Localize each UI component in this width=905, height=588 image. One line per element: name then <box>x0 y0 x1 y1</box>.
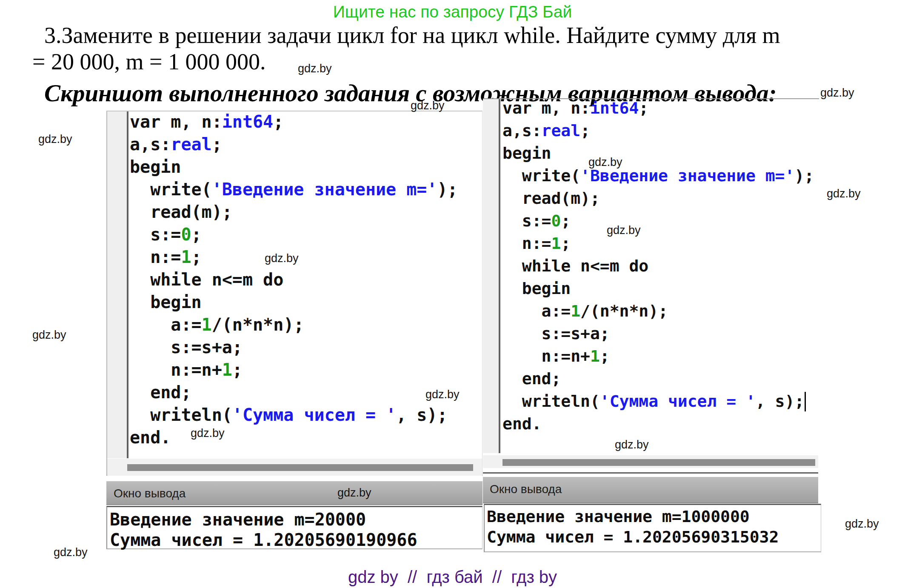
promo-banner: Ищите нас по запросу ГДЗ Бай <box>0 3 905 21</box>
task-text-line2: = 20 000, m = 1 000 000. <box>32 49 266 75</box>
page: Ищите нас по запросу ГДЗ Бай 3.Замените … <box>0 0 905 588</box>
code-line: begin <box>130 291 202 314</box>
gdzby-watermark: gdz.by <box>411 99 445 112</box>
footer-site-links: gdz by // гдз бай // гдз by <box>0 568 905 587</box>
code-token-blue: 'Введение значение m=' <box>580 166 794 185</box>
gdzby-watermark: gdz.by <box>265 252 299 265</box>
code-token: a,s: <box>502 121 542 140</box>
code-token: n:=n+ <box>130 360 222 380</box>
code-token: ; <box>561 211 571 230</box>
code-token: ; <box>561 234 571 253</box>
code-token: begin <box>502 279 571 298</box>
code-line: writeln('Сумма чисел = ', s); <box>502 390 804 413</box>
gdzby-watermark: gdz.by <box>54 546 88 559</box>
code-token-number: 1 <box>222 360 232 380</box>
gdzby-watermark: gdz.by <box>32 328 66 342</box>
code-line: var m, n:int64; <box>130 111 283 133</box>
code-token: read(m); <box>502 189 600 208</box>
code-token-number: 0 <box>551 211 561 230</box>
code-token: begin <box>502 144 551 163</box>
code-line: s:=s+a; <box>502 323 610 345</box>
code-token: ; <box>600 347 610 365</box>
gdzby-watermark: gdz.by <box>298 62 332 75</box>
code-token: write( <box>130 180 212 199</box>
code-line: n:=1; <box>502 232 571 255</box>
gdzby-watermark: gdz.by <box>337 486 371 500</box>
code-token: a:= <box>502 302 571 320</box>
code-line: end. <box>502 413 542 435</box>
code-token: /(n*n*n); <box>580 302 668 320</box>
code-token: writeln( <box>502 392 600 411</box>
code-token: ; <box>191 247 202 267</box>
code-token: a,s: <box>130 134 171 154</box>
code-token: ; <box>212 134 222 154</box>
code-line: s:=0; <box>502 210 571 232</box>
code-token-blue: 'Сумма чисел = ' <box>600 392 756 411</box>
code-line: s:=0; <box>130 223 202 246</box>
code-token-blue: 'Сумма чисел = ' <box>232 405 396 425</box>
code-token: ; <box>580 121 590 140</box>
code-line: read(m); <box>130 201 232 223</box>
code-token: var m, n: <box>502 99 590 117</box>
left-output-window-title: Окно вывода <box>114 487 186 500</box>
code-line: while n<=m do <box>130 268 283 291</box>
gdzby-watermark: gdz.by <box>820 86 854 100</box>
code-line: a,s:real; <box>502 120 590 142</box>
left-hscrollbar-thumb[interactable] <box>127 464 473 471</box>
code-token: var m, n: <box>130 112 222 131</box>
code-token-number: 1 <box>571 302 580 320</box>
right-hscrollbar-thumb[interactable] <box>502 459 815 466</box>
code-token: ; <box>273 112 283 131</box>
task-text-line1: 3.Замените в решении задачи цикл for на … <box>44 22 780 49</box>
code-token-number: 1 <box>202 315 212 334</box>
code-token-number: 0 <box>181 225 191 244</box>
code-token: end. <box>502 414 542 433</box>
code-line: n:=n+1; <box>502 345 610 368</box>
code-line: write('Введение значение m='); <box>502 165 814 187</box>
code-token: while n<=m do <box>130 270 283 289</box>
code-token-number: 1 <box>551 234 561 253</box>
code-line: n:=1; <box>130 246 202 268</box>
code-line: a:=1/(n*n*n); <box>130 314 304 336</box>
code-token: end. <box>130 428 171 447</box>
code-token: ; <box>639 99 648 117</box>
code-token: end; <box>502 369 561 388</box>
code-line: writeln('Сумма чисел = ', s); <box>130 404 448 426</box>
code-token: while n<=m do <box>502 257 648 275</box>
gdzby-watermark: gdz.by <box>827 187 861 200</box>
code-token-number: 1 <box>590 347 600 365</box>
code-line: end. <box>130 426 171 449</box>
code-token-blue: int64 <box>590 99 639 117</box>
code-token: begin <box>130 292 202 312</box>
code-token-number: 1 <box>181 247 191 267</box>
code-token-blue: real <box>171 134 211 154</box>
code-token: s:= <box>502 211 551 230</box>
code-token: ); <box>794 166 814 185</box>
text-cursor-caret <box>805 392 806 411</box>
code-token-blue: int64 <box>222 112 273 131</box>
gdzby-watermark: gdz.by <box>425 388 460 401</box>
code-token: ; <box>191 225 202 244</box>
code-token: begin <box>130 157 181 177</box>
gdzby-watermark: gdz.by <box>588 156 622 169</box>
left-output-window-titlebar: Окно вывода <box>106 481 482 505</box>
left-output-line: Введение значение m=20000 <box>110 509 366 530</box>
code-line: begin <box>130 156 181 178</box>
code-line: end; <box>130 381 191 404</box>
code-token-blue: real <box>542 121 581 140</box>
code-token-blue: 'Введение значение m=' <box>212 180 437 199</box>
code-token: s:= <box>130 225 181 244</box>
code-line: begin <box>502 142 551 165</box>
code-token: n:=n+ <box>502 347 590 365</box>
code-line: var m, n:int64; <box>502 97 648 120</box>
code-line: s:=s+a; <box>130 336 243 359</box>
code-token: , s); <box>396 405 447 425</box>
code-token: a:= <box>130 315 202 334</box>
code-line: while n<=m do <box>502 255 648 277</box>
code-token: n:= <box>130 247 181 267</box>
code-line: write('Введение значение m='); <box>130 178 458 201</box>
right-editor-bottom-border <box>483 472 818 474</box>
code-token: s:=s+a; <box>130 337 243 357</box>
code-token: ; <box>232 360 243 380</box>
code-line: a:=1/(n*n*n); <box>502 300 668 323</box>
